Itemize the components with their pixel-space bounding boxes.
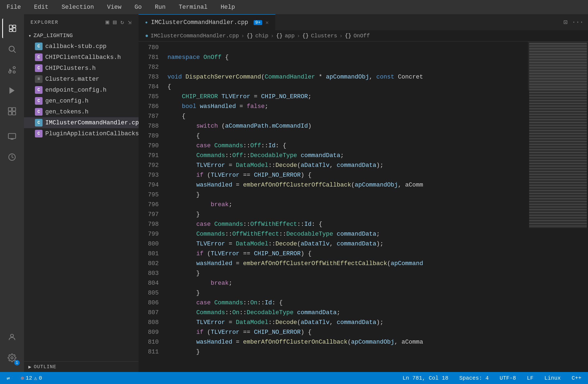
file-item[interactable]: C gen_tokens.h: [24, 106, 139, 117]
code-line-781: namespace OnOff {: [167, 52, 528, 62]
breadcrumb-clusters[interactable]: Clusters: [311, 33, 337, 39]
more-actions-icon[interactable]: ···: [572, 19, 584, 26]
tab-actions: ⊡ ···: [559, 18, 588, 26]
file-item[interactable]: C callback-stub.cpp: [24, 41, 139, 52]
extensions-activity-icon[interactable]: [2, 101, 22, 121]
code-line-785: CHIP_ERROR TLVError = CHIP_NO_ERROR;: [167, 92, 528, 101]
svg-rect-3: [9, 29, 12, 32]
outline-label: OUTLINE: [34, 364, 56, 370]
file-item[interactable]: C endpoint_config.h: [24, 85, 139, 95]
code-line-803: }: [167, 268, 528, 278]
split-editor-icon[interactable]: ⊡: [563, 18, 567, 26]
file-item-active[interactable]: C IMClusterCommandHandler.cpp 9+: [24, 117, 139, 128]
menu-edit[interactable]: Edit: [32, 3, 51, 12]
code-line-802: wasHandled = emberAfOnOffClusterOffWithE…: [167, 259, 528, 268]
line-numbers: 780 781 782 783 784 785 786 787 788 789 …: [139, 41, 163, 372]
encoding-status-item[interactable]: UTF-8: [497, 375, 518, 381]
code-line-807: Commands::On::DecodableType commandData;: [167, 308, 528, 317]
run-debug-activity-icon[interactable]: [2, 81, 22, 100]
code-content[interactable]: namespace OnOff { void DispatchServerCom…: [163, 41, 528, 372]
svg-rect-12: [8, 112, 12, 115]
code-line-792: TLVError = DataModel::Decode(aDataTlv, c…: [167, 160, 528, 170]
file-item[interactable]: C CHIPClientCallbacks.h: [24, 52, 139, 63]
account-activity-icon[interactable]: [2, 327, 22, 347]
language-mode-item[interactable]: C++: [569, 375, 584, 381]
outline-header[interactable]: ▶ OUTLINE: [24, 362, 139, 372]
svg-rect-2: [13, 28, 16, 32]
active-tab[interactable]: ● IMClusterCommandHandler.cpp 9+ ✕: [139, 14, 275, 31]
svg-point-7: [13, 67, 15, 69]
code-line-799: Commands::OffWithEffect::DecodableType c…: [167, 229, 528, 239]
settings-badge: 1: [14, 360, 20, 365]
remote-explorer-activity-icon[interactable]: [2, 127, 22, 146]
code-line-798: case Commands::OffWithEffect::Id: {: [167, 219, 528, 229]
outline-section: ▶ OUTLINE: [24, 361, 139, 372]
breadcrumb-file[interactable]: IMClusterCommandHandler.cpp: [151, 33, 239, 39]
status-right: Ln 781, Col 18 Spaces: 4 UTF-8 LF Linux …: [400, 375, 584, 381]
menu-view[interactable]: View: [105, 3, 124, 12]
spaces-status-item[interactable]: Spaces: 4: [457, 375, 491, 381]
file-item[interactable]: C PluginApplicationCallbacks.h: [24, 128, 139, 139]
timeline-activity-icon[interactable]: [2, 147, 22, 167]
menu-run[interactable]: Run: [153, 3, 168, 12]
spaces-label: Spaces: 4: [459, 375, 489, 381]
project-chevron-icon: ▾: [28, 33, 31, 39]
remote-status-item[interactable]: ⇌: [4, 375, 12, 382]
tab-bar: ● IMClusterCommandHandler.cpp 9+ ✕ ⊡ ···: [139, 14, 588, 31]
breadcrumb-app[interactable]: app: [285, 33, 295, 39]
sidebar-title: EXPLORER ▣ ▤ ↻ ⇲: [24, 14, 139, 30]
menu-terminal[interactable]: Terminal: [176, 3, 210, 12]
collapse-icon[interactable]: ⇲: [128, 19, 132, 26]
code-line-801: if (TLVError == CHIP_NO_ERROR) {: [167, 249, 528, 259]
settings-activity-icon[interactable]: 1: [2, 348, 22, 368]
file-icon-matter: ≡: [35, 75, 43, 83]
menu-go[interactable]: Go: [132, 3, 144, 12]
file-name-active: IMClusterCommandHandler.cpp: [45, 119, 139, 126]
explorer-activity-icon[interactable]: [2, 19, 22, 38]
svg-rect-0: [9, 25, 12, 29]
svg-point-19: [11, 357, 13, 359]
errors-status-item[interactable]: ⊗ 12 ⚠ 0: [19, 375, 44, 382]
menu-selection[interactable]: Selection: [59, 3, 96, 12]
refresh-icon[interactable]: ↻: [121, 19, 125, 26]
breadcrumb-braces-icon: {}: [302, 33, 309, 39]
sidebar-title-label: EXPLORER: [31, 20, 58, 25]
svg-rect-14: [8, 133, 16, 139]
new-file-icon[interactable]: ▣: [106, 19, 110, 26]
line-ending-status-item[interactable]: LF: [525, 375, 536, 381]
language-status-item[interactable]: Linux: [542, 375, 563, 381]
outline-chevron-icon: ▶: [28, 364, 32, 370]
file-item[interactable]: C gen_config.h: [24, 95, 139, 106]
file-icon-h: C: [35, 64, 43, 72]
code-line-808: TLVError = DataModel::Decode(aDataTlv, c…: [167, 317, 528, 327]
svg-marker-9: [10, 87, 15, 94]
breadcrumb-onoff[interactable]: OnOff: [353, 33, 370, 39]
menu-file[interactable]: File: [4, 3, 23, 12]
file-name: callback-stub.cpp: [45, 43, 106, 50]
code-line-809: if (TLVError == CHIP_NO_ERROR) {: [167, 327, 528, 337]
breadcrumb-sep: ›: [271, 33, 274, 39]
new-folder-icon[interactable]: ▤: [113, 19, 117, 26]
code-editor[interactable]: 780 781 782 783 784 785 786 787 788 789 …: [139, 41, 588, 372]
file-item[interactable]: C CHIPClusters.h: [24, 63, 139, 74]
tab-badge: 9+: [254, 20, 262, 25]
code-line-806: case Commands::On::Id: {: [167, 298, 528, 308]
code-line-783: void DispatchServerCommand(CommandHandle…: [167, 72, 528, 82]
position-status-item[interactable]: Ln 781, Col 18: [400, 375, 451, 381]
editor-area: ● IMClusterCommandHandler.cpp 9+ ✕ ⊡ ···…: [139, 14, 588, 372]
menu-help[interactable]: Help: [218, 3, 237, 12]
file-item[interactable]: ≡ Clusters.matter: [24, 74, 139, 85]
tab-close-icon[interactable]: ✕: [265, 19, 269, 26]
sidebar: EXPLORER ▣ ▤ ↻ ⇲ ▾ ZAP_LIGHTING C callba…: [24, 14, 139, 372]
project-section[interactable]: ▾ ZAP_LIGHTING: [24, 30, 139, 41]
breadcrumb-chip[interactable]: chip: [255, 33, 268, 39]
code-line-800: TLVError = DataModel::Decode(aDataTlv, c…: [167, 239, 528, 249]
svg-line-5: [14, 51, 16, 53]
search-activity-icon[interactable]: [2, 39, 22, 59]
code-line-784: {: [167, 82, 528, 92]
file-name: PluginApplicationCallbacks.h: [45, 130, 139, 137]
warning-count: 0: [39, 375, 42, 381]
code-line-788: switch (aCommandPath.mCommandId): [167, 121, 528, 131]
source-control-activity-icon[interactable]: [2, 60, 22, 80]
code-line-787: {: [167, 111, 528, 121]
